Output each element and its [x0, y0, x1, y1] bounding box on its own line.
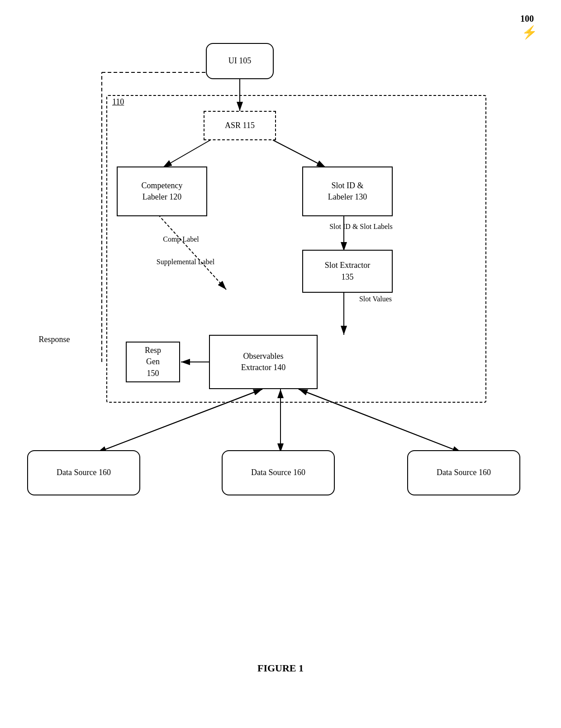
observables-extractor-box: Observables Extractor 140: [209, 335, 318, 389]
response-label: Response: [23, 335, 86, 344]
data-source-2-box: Data Source 160: [222, 450, 335, 495]
slot-extractor-label: Slot Extractor 135: [325, 260, 370, 282]
diagram-container: 100 ⚡: [0, 0, 561, 701]
figure-label: FIGURE 1: [0, 662, 561, 674]
competency-labeler-label: Competency Labeler 120: [142, 180, 183, 203]
slot-id-labeler-box: Slot ID & Labeler 130: [302, 167, 393, 216]
system-label: 110: [112, 97, 124, 107]
slot-extractor-box: Slot Extractor 135: [302, 250, 393, 293]
data-source-1-box: Data Source 160: [27, 450, 140, 495]
lightning-icon: ⚡: [522, 25, 537, 40]
resp-gen-box: Resp Gen 150: [126, 342, 180, 382]
resp-gen-label: Resp Gen 150: [145, 345, 161, 379]
ref-number: 100: [520, 14, 534, 24]
data-source-3-box: Data Source 160: [407, 450, 520, 495]
slot-id-labeler-label: Slot ID & Labeler 130: [328, 180, 367, 203]
ui-box: UI 105: [206, 43, 274, 79]
observables-extractor-label: Observables Extractor 140: [241, 351, 285, 373]
comp-label-text: Comp Label: [154, 235, 208, 243]
slot-id-slot-labels-text: Slot ID & Slot Labels: [311, 223, 411, 231]
competency-labeler-box: Competency Labeler 120: [117, 167, 207, 216]
slot-values-text: Slot Values: [348, 295, 403, 303]
supplemental-label-text: Supplemental Label: [149, 258, 222, 266]
asr-box: ASR 115: [204, 111, 276, 140]
